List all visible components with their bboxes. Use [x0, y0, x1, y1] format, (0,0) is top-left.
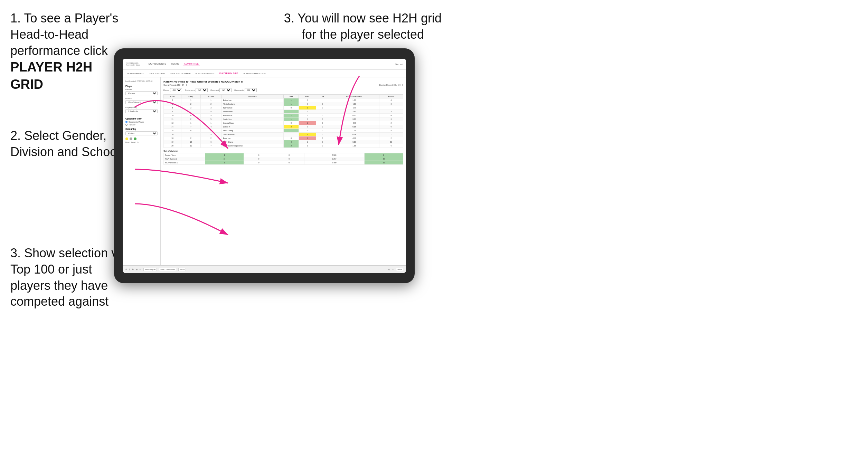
- table-row[interactable]: 3 1 1 Esther Lee 1 0 1.50 4: [164, 98, 403, 102]
- filters-row: Region (All) Conference (All) Opponent (…: [163, 88, 403, 92]
- cell-win: 2: [284, 114, 299, 117]
- table-row[interactable]: 14 7 4 Eunice Yi 2 2 0 0.38 9: [164, 125, 403, 129]
- ood-table-row[interactable]: NAIA Division 1 15 0 0 9.267 30: [164, 157, 403, 161]
- cell-opponent: Alexis Sudjianto: [221, 102, 284, 106]
- col-div: # Div: [164, 95, 181, 98]
- cell-loss: 0: [299, 129, 316, 133]
- table-row[interactable]: 20 11 7 Federica Domecq Lacroze 2 1 0 1.…: [164, 144, 403, 148]
- cell-tie: 0: [316, 125, 329, 129]
- cell-win: 1: [284, 102, 299, 106]
- opponent-radio-played[interactable]: Opponents Played: [125, 121, 158, 123]
- cell-conf: 4: [200, 125, 221, 129]
- table-row[interactable]: 9 1 4 Sharon Mun 1 0 3.67 3: [164, 110, 403, 114]
- colour-by-select[interactable]: Win/loss: [125, 131, 158, 135]
- opponent-filter-select[interactable]: (All): [219, 88, 232, 92]
- cell-div: 19: [164, 140, 181, 144]
- ood-cell-team: NCAA Division 2: [164, 161, 205, 165]
- division-select[interactable]: NCAA Division III NCAA Division I NCAA D…: [125, 100, 158, 104]
- ood-table-row[interactable]: Foreign Team 1 0 0 4.500 2: [164, 153, 403, 157]
- table-row[interactable]: 6 3 3 Sydney Kuo 0 1 0 -1.00: [164, 106, 403, 110]
- opponents-select[interactable]: (All): [245, 88, 257, 92]
- cell-tie: [316, 98, 329, 102]
- cell-div: 15: [164, 129, 181, 133]
- table-row[interactable]: 11 2 5 Heejo Hyun 1 0 0 3.33 3: [164, 117, 403, 121]
- conference-select[interactable]: (All): [196, 88, 208, 92]
- table-row[interactable]: 18 2 2 Euna Lee 0 2 0 -5.00 2: [164, 136, 403, 140]
- opponent-radio-top100[interactable]: Top 100: [125, 124, 158, 126]
- tablet-device: SCOREBOARD Powered by clippd TOURNAMENTS…: [114, 48, 415, 283]
- table-row[interactable]: 19 10 6 Emily Chang 4 1 0 0.30 11: [164, 140, 403, 144]
- cell-rounds: 4: [379, 98, 403, 102]
- subnav-player-h2h-grid[interactable]: PLAYER H2H GRID: [219, 72, 239, 75]
- cell-loss: 1: [299, 144, 316, 148]
- toolbar-save-custom[interactable]: Save Custom View: [159, 268, 176, 271]
- ood-cell-win: 15: [205, 157, 244, 161]
- filter-region-group: Region (All): [163, 88, 182, 92]
- toolbar-watch[interactable]: Watch: [178, 268, 186, 271]
- table-row[interactable]: 10 6 3 Andrea York 2 0 0 4.00 4: [164, 114, 403, 117]
- ood-cell-loss: 0: [244, 157, 274, 161]
- toolbar-expand[interactable]: ⤢: [392, 268, 394, 270]
- cell-div: 6: [164, 106, 181, 110]
- cell-tie: 0: [316, 121, 329, 125]
- cell-reg: 11: [181, 144, 201, 148]
- toolbar-more[interactable]: ⊞: [136, 268, 138, 270]
- table-row[interactable]: 15 8 5 Stella Cheng 1 0 0 1.25 4: [164, 129, 403, 133]
- subnav-player-summary[interactable]: PLAYER SUMMARY: [195, 72, 215, 75]
- cell-win: 1: [284, 129, 299, 133]
- h2h-table: # Div # Reg # Conf Opponent Win Loss Tie…: [163, 94, 403, 148]
- cell-reg: 1: [181, 133, 201, 136]
- cell-opponent: Jessica Mason: [221, 133, 284, 136]
- division-label: Division: [125, 97, 158, 99]
- cell-conf: 1: [200, 98, 221, 102]
- level-circle: [130, 137, 132, 140]
- nav-teams[interactable]: TEAMS: [170, 62, 180, 66]
- table-row[interactable]: 16 1 3 Jessica Mason 1 2 0 -0.94 7: [164, 133, 403, 136]
- toolbar-step-back[interactable]: ⟨: [129, 268, 130, 270]
- subnav-player-h2h-heatmap[interactable]: PLAYER H2H HEATMAP: [242, 72, 267, 75]
- ood-cell-tie: 0: [274, 161, 304, 165]
- nav-committee[interactable]: COMMITTEE: [183, 62, 200, 66]
- toolbar-undo[interactable]: ↺: [125, 268, 127, 270]
- cell-opponent: Federica Domecq Lacroze: [221, 144, 284, 148]
- toolbar-view-original[interactable]: View: Original: [143, 268, 157, 271]
- table-row[interactable]: 5 2 2 Alexis Sudjianto 1 0 0 4.00 3: [164, 102, 403, 106]
- cell-div: 20: [164, 144, 181, 148]
- col-diff: Diff Av Strokes/Rnd: [329, 95, 379, 98]
- cell-diff: 1.50: [329, 98, 379, 102]
- opponents-label: Opponents:: [234, 89, 244, 91]
- up-circle: [134, 137, 136, 140]
- subnav-team-h2h-heatmap[interactable]: TEAM H2H HEATMAP: [169, 72, 191, 75]
- app-header: SCOREBOARD Powered by clippd TOURNAMENTS…: [123, 59, 406, 70]
- table-row[interactable]: 13 1 1 Jessica Huang 0 1 0 -3.00 2: [164, 121, 403, 125]
- cell-win: 1: [284, 117, 299, 121]
- cell-loss: 0: [299, 98, 316, 102]
- player-select[interactable]: 8. Katelyn Vo: [125, 109, 158, 113]
- cell-diff: -1.00: [329, 106, 379, 110]
- cell-diff: 3.67: [329, 110, 379, 114]
- nav-tournaments[interactable]: TOURNAMENTS: [147, 62, 167, 66]
- ood-table-row[interactable]: NCAA Division 2 5 0 0 7.400 10: [164, 161, 403, 165]
- cell-diff: 0.30: [329, 140, 379, 144]
- subnav-team-summary[interactable]: TEAM SUMMARY: [126, 72, 144, 75]
- panel-timestamp: Last Updated: 27/03/2024 16:55:38: [125, 80, 158, 82]
- cell-rounds: 6: [379, 144, 403, 148]
- cell-opponent: Emily Chang: [221, 140, 284, 144]
- conference-label: Conference: [185, 89, 195, 91]
- cell-loss: 0: [299, 117, 316, 121]
- cell-tie: 0: [316, 133, 329, 136]
- toolbar-redo[interactable]: ↻: [132, 268, 134, 270]
- subnav-team-h2h-grid[interactable]: TEAM H2H GRID: [148, 72, 166, 75]
- cell-tie: 0: [316, 106, 329, 110]
- col-conf: # Conf: [200, 95, 221, 98]
- toolbar-refresh[interactable]: ⟳: [140, 268, 141, 270]
- region-select[interactable]: (All): [170, 88, 182, 92]
- cell-opponent: Euna Lee: [221, 136, 284, 140]
- instruction-1: 1. To see a Player's Head-to-Head perfor…: [10, 10, 124, 93]
- cell-reg: 2: [181, 117, 201, 121]
- toolbar-share[interactable]: Share: [396, 268, 403, 271]
- gender-select[interactable]: Women's Men's: [125, 91, 158, 95]
- sign-out[interactable]: Sign out: [395, 63, 403, 65]
- toolbar-grid[interactable]: ⊟: [388, 268, 390, 270]
- cell-opponent: Esther Lee: [221, 98, 284, 102]
